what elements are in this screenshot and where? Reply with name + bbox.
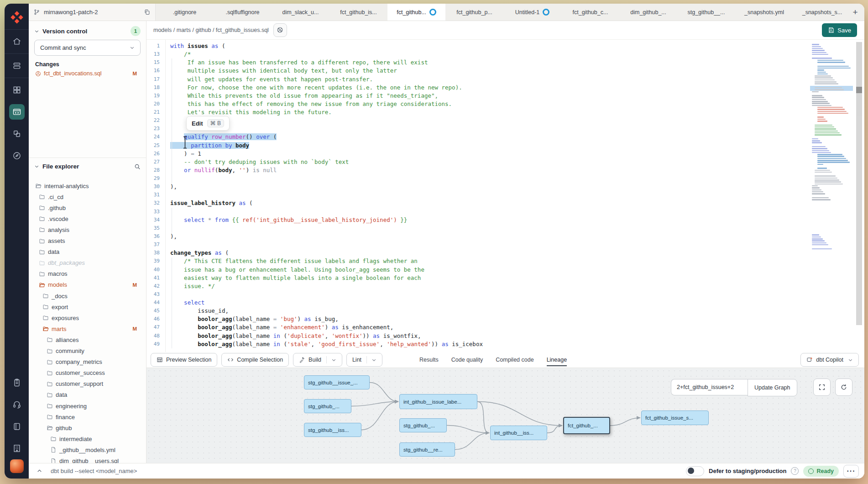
tree-folder-engineering[interactable]: engineering: [29, 400, 146, 411]
code-line-20[interactable]: 20 this has the effect of removing the n…: [146, 100, 864, 108]
code-line-18[interactable]: 18 For now, choose the one with more rec…: [146, 84, 864, 92]
code-line-43[interactable]: 43: [146, 290, 864, 299]
new-tab-button[interactable]: +: [846, 4, 864, 21]
compile-selection-button[interactable]: Compile Selection: [221, 353, 289, 367]
lineage-selector-input[interactable]: [671, 379, 748, 395]
tree-folder-exposures[interactable]: exposures: [29, 312, 146, 323]
explore-compass-icon[interactable]: [9, 148, 25, 163]
scrollbar-thumb[interactable]: [856, 87, 862, 93]
tree-folder-finance[interactable]: finance: [29, 411, 146, 422]
editor-tab[interactable]: _snapshots_s...: [793, 4, 846, 21]
tree-folder-export[interactable]: export: [29, 301, 146, 312]
code-line-48[interactable]: 48 boolor_agg(label_name in ('duplicate'…: [146, 332, 864, 340]
git-branch-selector[interactable]: mirnawong1-patch-2: [29, 4, 156, 21]
lineage-node[interactable]: int_github__iss...: [490, 426, 547, 440]
code-line-31[interactable]: 31: [146, 191, 864, 199]
code-line-49[interactable]: 49 boolor_agg(label_name in ('stale', 'g…: [146, 340, 864, 348]
tree-folder-.vscode[interactable]: .vscode: [29, 213, 146, 224]
tree-file-_github__models.yml[interactable]: _github__models.yml: [29, 444, 146, 455]
editor-tab[interactable]: fct_github_c...: [561, 4, 619, 21]
docs-book-icon[interactable]: [9, 419, 25, 434]
tree-folder-internal-analytics[interactable]: internal-analytics: [29, 180, 146, 191]
version-control-header[interactable]: Version control 1: [34, 26, 141, 36]
editor-tab[interactable]: .sqlfluffignore: [214, 4, 272, 21]
code-line-32[interactable]: 32issue_label_history as (: [146, 199, 864, 207]
tree-folder-analysis[interactable]: analysis: [29, 224, 146, 235]
code-line-41[interactable]: 41 easiest way to flatten multiple label…: [146, 274, 864, 282]
editor-scrollbar[interactable]: [856, 42, 862, 325]
changed-file-row[interactable]: fct_dbt_invocations.sql M: [35, 69, 141, 78]
tree-folder-data[interactable]: data: [29, 247, 146, 258]
tree-folder-company_metrics[interactable]: company_metrics: [29, 357, 146, 368]
tree-folder-.github[interactable]: .github: [29, 202, 146, 213]
tree-folder-.ci_cd[interactable]: .ci_cd: [29, 191, 146, 202]
code-line-23[interactable]: 23: [146, 125, 864, 133]
code-line-34[interactable]: 34 select * from {{ ref('int_github__iss…: [146, 216, 864, 224]
code-line-37[interactable]: 37: [146, 241, 864, 249]
code-line-15[interactable]: 15 If an issue has been transferred to a…: [146, 58, 864, 67]
code-line-33[interactable]: 33: [146, 208, 864, 216]
overflow-menu-button[interactable]: ···: [843, 465, 859, 478]
tree-file-dim_github__users.sql[interactable]: dim_github__users.sql: [29, 456, 146, 464]
code-line-44[interactable]: 44 select: [146, 299, 864, 307]
user-avatar[interactable]: [10, 459, 24, 473]
build-button[interactable]: Build: [293, 353, 342, 367]
defer-toggle[interactable]: [686, 466, 704, 476]
editor-tab[interactable]: fct_github_p...: [445, 4, 503, 21]
command-bar-expand-button[interactable]: [29, 468, 50, 474]
update-graph-button[interactable]: Update Graph: [748, 379, 797, 396]
editor-tab[interactable]: _snapshots.yml: [735, 4, 793, 21]
home-icon[interactable]: [9, 34, 25, 49]
search-icon[interactable]: [134, 163, 141, 170]
ide-icon[interactable]: [9, 104, 25, 120]
tree-folder-dbt_packages[interactable]: dbt_packages: [29, 258, 146, 268]
code-line-17[interactable]: 17 will get updates for events that happ…: [146, 75, 864, 84]
open-lineage-icon-button[interactable]: [273, 23, 287, 37]
tree-folder-github[interactable]: github: [29, 422, 146, 433]
tree-folder-_docs[interactable]: _docs: [29, 290, 146, 301]
help-icon[interactable]: ?: [791, 467, 799, 475]
refresh-button[interactable]: [835, 379, 852, 396]
tree-folder-intermediate[interactable]: intermediate: [29, 433, 146, 444]
code-line-13[interactable]: 13 /*: [146, 50, 864, 58]
lineage-canvas[interactable]: Update Graph stg_github__issue_...stg_gi…: [146, 368, 864, 463]
command-input[interactable]: [50, 467, 686, 475]
lineage-node[interactable]: stg_github__issue_...: [304, 375, 370, 389]
lineage-node[interactable]: stg_github__iss...: [304, 423, 361, 437]
editor-tab[interactable]: dim_slack_u...: [272, 4, 329, 21]
editor-minimap[interactable]: [810, 42, 853, 316]
git-compare-icon[interactable]: [9, 126, 25, 142]
code-line-22[interactable]: 22: [146, 116, 864, 125]
save-button[interactable]: Save: [822, 23, 857, 37]
lineage-node[interactable]: stg_github_...: [399, 418, 447, 432]
tree-folder-marts[interactable]: martsM: [29, 323, 146, 334]
editor-tab[interactable]: stg_github__...: [677, 4, 735, 21]
code-editor[interactable]: 1with issues as (13 /*15 If an issue has…: [146, 39, 864, 352]
lineage-node[interactable]: fct_github_...: [563, 417, 610, 434]
code-line-46[interactable]: 46 boolor_agg(label_name = 'bug') as is_…: [146, 315, 864, 323]
tree-folder-data[interactable]: data: [29, 389, 146, 400]
code-line-47[interactable]: 47 boolor_agg(label_name = 'enhancement'…: [146, 323, 864, 331]
fullscreen-button[interactable]: [813, 379, 831, 396]
code-line-36[interactable]: 36),: [146, 232, 864, 241]
copy-icon[interactable]: [144, 9, 151, 16]
edit-popup[interactable]: Edit ⌘ B: [186, 116, 230, 131]
tree-folder-alliances[interactable]: alliances: [29, 334, 146, 345]
panel-tab-code-quality[interactable]: Code quality: [451, 352, 483, 368]
code-line-39[interactable]: 39 /* This CTE flattens the different is…: [146, 257, 864, 265]
code-line-42[interactable]: 42 issue. */: [146, 282, 864, 290]
panel-tab-results[interactable]: Results: [419, 352, 439, 368]
code-line-1[interactable]: 1with issues as (: [146, 42, 864, 50]
code-line-35[interactable]: 35: [146, 224, 864, 232]
tree-folder-customer_success[interactable]: customer_success: [29, 368, 146, 379]
lineage-node[interactable]: stg_github_...: [304, 399, 351, 413]
tree-folder-community[interactable]: community: [29, 346, 146, 357]
code-line-26[interactable]: 26 ) = 1: [146, 150, 864, 158]
file-explorer-header[interactable]: File explorer: [34, 163, 141, 170]
code-line-16[interactable]: 16 multiple issues with identical body t…: [146, 67, 864, 75]
code-line-25[interactable]: 25 partition by body: [146, 142, 864, 150]
lint-button[interactable]: Lint: [346, 353, 382, 367]
code-line-38[interactable]: 38change_types as (: [146, 249, 864, 257]
code-line-27[interactable]: 27 -- don't try deduping issues with no …: [146, 158, 864, 166]
preview-selection-button[interactable]: Preview Selection: [151, 353, 217, 367]
